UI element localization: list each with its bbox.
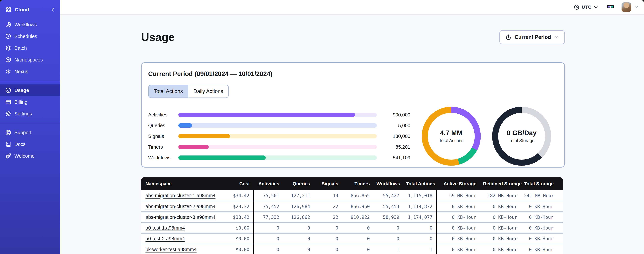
- col-header-retained-storage: Retained Storage: [480, 177, 521, 190]
- donut-label: Total Storage: [509, 138, 534, 143]
- value-cell: 0: [403, 222, 436, 233]
- table-row: abs-migration-cluster-1.a98mm4$34.4275,5…: [141, 190, 563, 201]
- value-cell: 77,332: [253, 212, 282, 222]
- value-cell: 0 KB-Hour: [480, 233, 521, 244]
- value-cell: 182 MB-Hour: [480, 190, 521, 201]
- workflows-spiral-icon: [5, 22, 11, 28]
- bar-label: Queries: [148, 123, 178, 128]
- period-selector-button[interactable]: Current Period: [499, 30, 565, 44]
- namespace-link[interactable]: abs-migration-cluster-2.a98mm4: [146, 204, 216, 209]
- page-title: Usage: [141, 31, 175, 44]
- bar-value: 5,000: [377, 123, 410, 128]
- namespaces-cube-icon: [5, 57, 11, 63]
- value-cell: 1,174,077: [403, 212, 436, 222]
- support-lifebuoy-icon: [5, 130, 11, 136]
- bar-label: Workflows: [148, 155, 178, 160]
- value-cell: 0: [373, 222, 403, 233]
- bar-fill: [178, 112, 355, 117]
- sidebar-item-billing[interactable]: Billing: [0, 96, 60, 108]
- value-cell: 0: [282, 222, 314, 233]
- chevron-down-icon[interactable]: [634, 5, 639, 10]
- value-cell: 58,939: [373, 212, 403, 222]
- bar-row-workflows: Workflows 541,109: [148, 156, 410, 160]
- current-period-panel: Current Period (09/01/2024 — 10/01/2024)…: [141, 62, 565, 168]
- sidebar-item-label: Billing: [14, 99, 27, 105]
- avatar[interactable]: [622, 2, 631, 12]
- tab-daily-actions[interactable]: Daily Actions: [188, 85, 228, 98]
- value-cell: 1,114,872: [403, 201, 436, 212]
- namespace-link[interactable]: abs-migration-cluster-1.a98mm4: [146, 193, 216, 198]
- col-header-queries: Queries: [282, 177, 314, 190]
- sidebar-item-label: Support: [14, 130, 32, 136]
- bar-value: 541,109: [377, 155, 410, 160]
- main-area: UTC Usage: [60, 0, 644, 254]
- value-cell: 0 KB-Hour: [480, 201, 521, 212]
- sidebar-item-nexus[interactable]: Nexus: [0, 66, 60, 78]
- sidebar-divider: [0, 123, 60, 123]
- sidebar-item-batch[interactable]: Batch: [0, 42, 60, 54]
- namespace-cell: a0-test-2.a98mm4: [141, 233, 226, 244]
- value-cell: 0 KB-Hour: [436, 212, 480, 222]
- sidebar-item-usage[interactable]: Usage: [0, 84, 60, 96]
- value-cell: 126,862: [282, 212, 314, 222]
- value-cell: 0: [342, 244, 373, 254]
- sidebar-item-namespaces[interactable]: Namespaces: [0, 54, 60, 66]
- value-cell: 0: [282, 244, 314, 254]
- sidebar-item-workflows[interactable]: Workflows: [0, 19, 60, 30]
- brand-label: Cloud: [15, 7, 48, 12]
- donut-value: 4.7 MM: [440, 129, 462, 137]
- batch-layers-icon: [5, 45, 11, 51]
- value-cell: 0 KB-Hour: [521, 233, 563, 244]
- sidebar-item-support[interactable]: Support: [0, 127, 60, 138]
- col-header-workflows: Workflows: [373, 177, 403, 190]
- value-cell: 0: [314, 222, 342, 233]
- value-cell: $0.00: [226, 244, 253, 254]
- col-header-cost: Cost: [226, 177, 253, 190]
- value-cell: 856,865: [342, 190, 373, 201]
- col-header-activities: Activities: [253, 177, 282, 190]
- welcome-rocket-icon: [5, 153, 11, 159]
- sidebar: Cloud Workflows: [0, 0, 60, 254]
- sidebar-item-docs[interactable]: Docs: [0, 138, 60, 150]
- sidebar-item-label: Settings: [14, 111, 32, 116]
- namespace-link[interactable]: a0-test-2.a98mm4: [146, 236, 185, 241]
- bar-track: [178, 112, 377, 117]
- topbar: UTC: [60, 0, 644, 15]
- temporal-logo-icon: [5, 6, 12, 13]
- bar-track: [178, 123, 377, 128]
- bar-track: [178, 156, 377, 160]
- value-cell: 910,922: [342, 212, 373, 222]
- table-row: abs-migration-cluster-2.a98mm4$29.3275,4…: [141, 201, 563, 212]
- value-cell: 0: [314, 233, 342, 244]
- timezone-selector[interactable]: UTC: [574, 4, 598, 10]
- sidebar-item-label: Usage: [14, 88, 29, 93]
- chevron-left-icon[interactable]: [50, 7, 55, 12]
- value-cell: 0 KB-Hour: [521, 244, 563, 254]
- value-cell: 0: [253, 244, 282, 254]
- value-cell: 22: [314, 212, 342, 222]
- tab-total-actions[interactable]: Total Actions: [149, 85, 188, 98]
- value-cell: $29.32: [226, 201, 253, 212]
- table-row: a0-test-2.a98mm4$0.000000000 KB-Hour0 KB…: [141, 233, 563, 244]
- content: Usage Current Period: [60, 15, 644, 254]
- sidebar-item-settings[interactable]: Settings: [0, 108, 60, 120]
- bar-label: Timers: [148, 144, 178, 150]
- namespace-link[interactable]: abs-migration-cluster-3.a98mm4: [146, 214, 216, 220]
- namespace-link[interactable]: bk-worker-test.a98mm4: [146, 247, 196, 252]
- value-cell: 0: [342, 222, 373, 233]
- sidebar-item-schedules[interactable]: Schedules: [0, 30, 60, 42]
- stopwatch-icon: [506, 34, 511, 40]
- col-header-active-storage: Active Storage: [436, 177, 480, 190]
- value-cell: 0: [403, 233, 436, 244]
- sidebar-item-welcome[interactable]: Welcome: [0, 150, 60, 162]
- value-cell: 59 MB-Hour: [436, 190, 480, 201]
- sidebar-item-label: Nexus: [14, 69, 28, 74]
- glasses-icon[interactable]: [607, 4, 614, 11]
- col-header-signals: Signals: [314, 177, 342, 190]
- bar-row-activities: Activities 900,000: [148, 112, 410, 117]
- namespace-link[interactable]: a0-test-1.a98mm4: [146, 225, 185, 230]
- value-cell: 0: [253, 233, 282, 244]
- usage-gauge-icon: [5, 88, 11, 93]
- bar-label: Signals: [148, 134, 178, 139]
- bar-fill: [178, 156, 266, 160]
